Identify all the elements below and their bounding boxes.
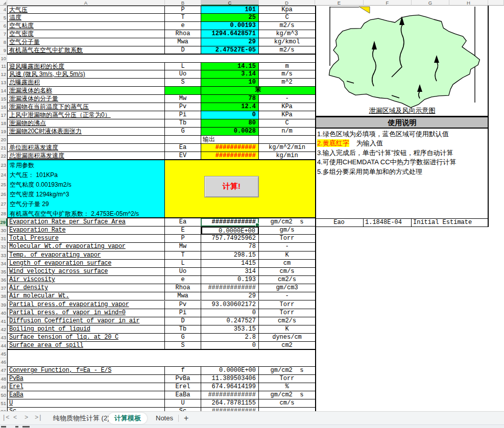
cell-D13[interactable]: m^2 [259, 79, 315, 87]
cell-B29[interactable]: Ea [165, 218, 201, 226]
cell-C38[interactable]: 29 [201, 292, 259, 300]
cell-A44[interactable]: Surface area of spill [7, 342, 165, 350]
cell-A36[interactable]: Air viscosity [7, 276, 165, 284]
cell-A22[interactable]: 总泄漏面积蒸发速度 [7, 152, 165, 160]
prev-sheet-icon[interactable]: < [13, 414, 17, 421]
cell-C37[interactable]: ############# [201, 284, 259, 292]
cell-A43[interactable]: Surface tension of liq. at 20 C [7, 334, 165, 342]
calc-button[interactable]: 计算! [204, 176, 259, 197]
cell-A49[interactable]: Erel [7, 383, 165, 391]
cell-D9[interactable]: m2/s [259, 46, 315, 55]
cell-C9[interactable]: 2.47527E-05 [201, 46, 259, 55]
cell-A50[interactable]: EaBa [7, 391, 165, 399]
cell-C15[interactable]: 78 [201, 95, 259, 103]
cell-B22[interactable]: EV [165, 152, 201, 160]
cell-D38[interactable]: - [259, 292, 315, 300]
cell-B14[interactable] [165, 87, 201, 95]
cell-D4[interactable]: Kpa [259, 6, 315, 14]
cell-B4[interactable]: P [165, 6, 201, 14]
add-sheet-button[interactable]: + [180, 413, 193, 424]
cell-C14[interactable]: 苯 [201, 87, 315, 95]
cell-D8[interactable]: kg/kmol [259, 38, 315, 46]
cell-B34[interactable]: L [165, 260, 201, 268]
cell-A34[interactable]: Length of evaporation surface [7, 260, 165, 268]
cell-A39[interactable]: Partial press.of evaporating vapor [7, 301, 165, 309]
cell-A17[interactable]: 上风中泄漏物的蒸气分压（正常为0） [7, 111, 165, 119]
cell-C5[interactable]: 25 [201, 14, 259, 22]
cell-B41[interactable]: D [165, 317, 201, 325]
cell-C7[interactable]: 1294.6428571 [201, 30, 259, 38]
cell-A29[interactable]: Evaporation Rate per Surface Area [7, 218, 165, 226]
cell-C36[interactable]: 0.193 [201, 276, 259, 284]
cell-A42[interactable]: Boiling point of liquid [7, 325, 165, 334]
cell-D29[interactable]: gm/cm2 s [259, 218, 315, 226]
cell-B50[interactable]: EaBa [165, 391, 201, 399]
cell-B51[interactable]: U [165, 399, 201, 408]
cell-A8[interactable]: 空气分子量 [7, 38, 165, 46]
cell-C49[interactable]: 674.96414199 [201, 383, 259, 391]
cell-D17[interactable]: KPa [259, 111, 315, 119]
cell-C50[interactable]: ############# [201, 391, 259, 399]
cell-A18[interactable]: 泄漏物的沸点 [7, 119, 165, 128]
cell-A41[interactable]: Diffusion Coefficient of vapor in air [7, 317, 165, 325]
cell-B30[interactable]: E [165, 226, 201, 235]
cell-B40[interactable]: Pi [165, 309, 201, 317]
cell-B48[interactable]: PvBa [165, 375, 201, 383]
cell-B6[interactable]: e [165, 22, 201, 30]
cell-F29-eao-value[interactable]: 1.1848E-04 [364, 218, 412, 227]
cell-D51[interactable]: cm/s [259, 399, 315, 408]
cell-A32[interactable]: Molecular Wt.of evaporating vapor [7, 243, 165, 251]
cell-D48[interactable]: Torr [259, 375, 315, 383]
cell-D31[interactable]: Torr [259, 235, 315, 243]
cell-A11[interactable]: 迎风曝露面积的长度 [7, 62, 165, 70]
cell-C33[interactable]: 298.15 [201, 251, 259, 260]
cell-D6[interactable]: m2/s [259, 22, 315, 30]
cell-B17[interactable]: Pi [165, 111, 201, 119]
cell-B49[interactable]: Erel [165, 383, 201, 391]
cell-C39[interactable]: 93.030602172 [201, 301, 259, 309]
cell-D40[interactable]: Torr [259, 309, 315, 317]
cell-D18[interactable]: C [259, 119, 315, 128]
cell-B11[interactable]: L [165, 62, 201, 70]
cell-A21[interactable]: 单位面积蒸发速度 [7, 144, 165, 152]
cell-B9[interactable]: D [165, 46, 201, 55]
cell-D49[interactable]: % [259, 383, 315, 391]
cell-C48[interactable]: 11.389503406 [201, 375, 259, 383]
cell-B21[interactable]: Ea [165, 144, 201, 152]
cell-B35[interactable]: Uo [165, 268, 201, 276]
cell-G29-eao-note[interactable]: Initial Estimate [412, 218, 488, 227]
cell-C18[interactable]: 80 [201, 119, 259, 128]
cell-B19[interactable]: G [165, 128, 201, 136]
cell-C20[interactable]: 输出 [201, 136, 259, 144]
cell-B47[interactable]: f [165, 366, 201, 374]
cell-D12[interactable]: m/s [259, 70, 315, 79]
cell-A14[interactable]: 泄漏液体的名称 [7, 87, 165, 95]
cell-C41[interactable]: 0.247527 [201, 317, 259, 325]
cell-B31[interactable]: P [165, 235, 201, 243]
cell-C21[interactable]: ########### [201, 144, 259, 152]
cell-C47[interactable]: 0.0000E+00 [201, 366, 259, 374]
cell-C16[interactable]: 12.4 [201, 103, 259, 111]
cell-C52[interactable]: ############ [201, 408, 259, 411]
cell-D11[interactable]: m [259, 62, 315, 70]
cell-D34[interactable]: cm [259, 260, 315, 268]
cell-A13[interactable]: 总曝露面积 [7, 79, 165, 87]
tab-calc-template[interactable]: 计算模板 [108, 413, 147, 424]
cell-B5[interactable]: T [165, 14, 201, 22]
tab-pure-substance-calc[interactable]: 纯物质物性计算 (2) [47, 413, 116, 424]
cell-B7[interactable]: Rhoa [165, 30, 201, 38]
cell-B37[interactable]: Rhoa [165, 284, 201, 292]
cell-A33[interactable]: Temp. of evaporating vapor [7, 251, 165, 260]
cell-D36[interactable]: cm2/s [259, 276, 315, 284]
cell-D33[interactable]: K [259, 251, 315, 260]
cell-A6[interactable]: 空气粘度 [7, 22, 165, 30]
cell-A40[interactable]: Partial press. of vapor in wind=0 [7, 309, 165, 317]
empty-row-45[interactable] [7, 350, 315, 358]
cell-A4[interactable]: 大气压 [7, 6, 165, 14]
cell-A31[interactable]: Total Pressure [7, 235, 165, 243]
cell-C35[interactable]: 314 [201, 268, 259, 276]
cell-D43[interactable]: dynes/cm [259, 334, 315, 342]
cell-A35[interactable]: Wind velocity across surface [7, 268, 165, 276]
cell-B15[interactable]: Mw [165, 95, 201, 103]
cell-A51[interactable]: U [7, 399, 165, 408]
